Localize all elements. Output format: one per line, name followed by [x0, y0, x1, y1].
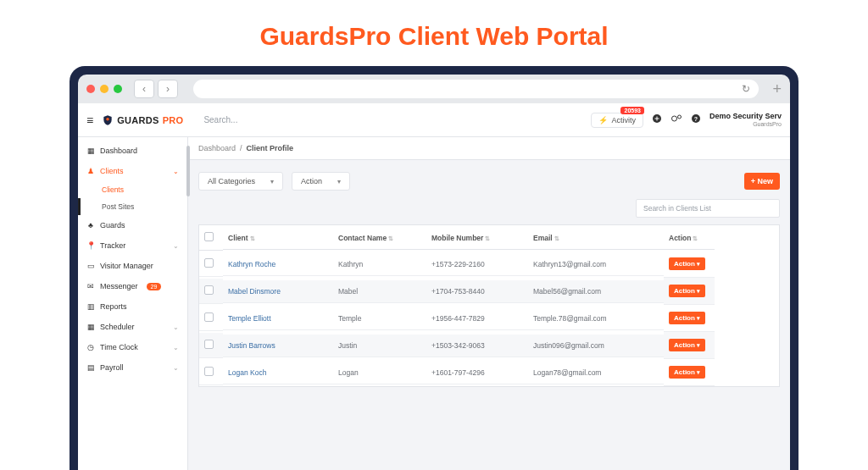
chevron-down-icon: ⌄: [173, 344, 179, 351]
messenger-badge: 29: [147, 283, 162, 290]
client-link[interactable]: Temple Elliott: [228, 314, 271, 323]
cell-contact: Justin: [333, 335, 426, 357]
categories-dropdown[interactable]: All Categories: [198, 172, 283, 191]
table-row: Temple Elliott Temple +1956-447-7829 Tem…: [199, 305, 779, 332]
row-checkbox[interactable]: [204, 367, 214, 376]
cell-mobile: +1956-447-7829: [426, 307, 528, 330]
svg-point-3: [677, 115, 681, 119]
chevron-down-icon: ⌄: [173, 242, 179, 250]
client-link[interactable]: Logan Koch: [228, 368, 266, 377]
settings-button[interactable]: [670, 113, 682, 126]
breadcrumb: Dashboard / Client Profile: [188, 137, 790, 160]
table-row: Justin Barrows Justin +1503-342-9063 Jus…: [199, 332, 779, 359]
chevron-down-icon: ⌄: [173, 364, 179, 372]
main-content: Dashboard / Client Profile All Categorie…: [188, 137, 790, 470]
cell-email: Justin096@gmail.com: [528, 335, 664, 357]
new-button[interactable]: + New: [744, 173, 780, 190]
mail-icon: ✉: [86, 282, 95, 290]
list-search-input[interactable]: Search in Clients List: [636, 199, 780, 218]
money-icon: ▤: [86, 363, 95, 372]
svg-text:?: ?: [694, 116, 698, 122]
pin-icon: 📍: [86, 241, 95, 250]
sidebar-sub-clients[interactable]: Clients: [78, 181, 187, 198]
calendar-icon: ▦: [86, 323, 95, 331]
sort-icon: ⇅: [693, 235, 698, 241]
row-action-button[interactable]: Action: [669, 366, 705, 379]
card-icon: ▭: [86, 262, 95, 270]
cell-contact: Kathryn: [333, 253, 426, 276]
window-controls: [86, 85, 122, 93]
col-mobile[interactable]: Mobile Number⇅: [426, 227, 528, 250]
col-action[interactable]: Action⇅: [664, 227, 715, 250]
chart-icon: ▥: [86, 302, 95, 311]
cell-mobile: +1573-229-2160: [426, 253, 528, 276]
help-button[interactable]: ?: [691, 113, 701, 126]
row-action-button[interactable]: Action: [669, 257, 705, 270]
add-button[interactable]: [652, 113, 662, 126]
client-link[interactable]: Justin Barrows: [228, 341, 275, 350]
sidebar-item-payroll[interactable]: ▤Payroll⌄: [78, 357, 187, 378]
plus-circle-icon: [652, 113, 662, 124]
company-menu[interactable]: Demo Security Serv GuardsPro: [709, 113, 782, 128]
new-tab-button[interactable]: +: [772, 80, 782, 98]
sidebar-item-visitor[interactable]: ▭Visitor Manager: [78, 256, 187, 276]
clock-icon: ◷: [86, 343, 95, 351]
activity-button[interactable]: ⚡ Activity 20593: [591, 113, 643, 128]
menu-toggle-icon[interactable]: ≡: [86, 113, 93, 127]
client-link[interactable]: Kathryn Roche: [228, 260, 275, 268]
col-email[interactable]: Email⇅: [528, 227, 664, 250]
app-root: ≡ GUARDSPRO Search... ⚡ Activity 20593 ?: [78, 103, 790, 470]
help-icon: ?: [691, 113, 701, 124]
client-link[interactable]: Mabel Dinsmore: [228, 287, 281, 296]
action-dropdown[interactable]: Action: [292, 172, 350, 191]
bolt-icon: ⚡: [598, 116, 608, 124]
sidebar-item-guards[interactable]: ♣Guards: [78, 215, 187, 235]
browser-back-button[interactable]: ‹: [134, 80, 154, 98]
sidebar-item-dashboard[interactable]: ▦Dashboard: [78, 141, 187, 161]
minimize-window-icon[interactable]: [100, 85, 108, 93]
close-window-icon[interactable]: [86, 85, 95, 93]
sidebar-item-reports[interactable]: ▥Reports: [78, 296, 187, 317]
row-action-button[interactable]: Action: [669, 285, 705, 297]
guard-icon: ♣: [86, 221, 95, 229]
row-checkbox[interactable]: [204, 312, 214, 322]
user-icon: ♟: [86, 167, 95, 175]
sidebar-item-timeclock[interactable]: ◷Time Clock⌄: [78, 337, 187, 357]
cell-mobile: +1601-797-4296: [426, 362, 528, 384]
reload-icon[interactable]: ↻: [742, 83, 750, 95]
col-contact[interactable]: Contact Name⇅: [333, 227, 426, 250]
cell-email: Temple.78@gmail.com: [528, 307, 664, 330]
sidebar-item-tracker[interactable]: 📍Tracker⌄: [78, 235, 187, 256]
sidebar-item-clients[interactable]: ♟Clients⌄: [78, 161, 187, 181]
sort-icon: ⇅: [388, 235, 393, 241]
sidebar-sub-post-sites[interactable]: Post Sites: [78, 198, 187, 215]
sidebar-item-scheduler[interactable]: ▦Scheduler⌄: [78, 317, 187, 337]
page-heading: GuardsPro Client Web Portal: [0, 0, 868, 66]
sort-icon: ⇅: [250, 235, 255, 241]
row-action-button[interactable]: Action: [669, 312, 705, 324]
maximize-window-icon[interactable]: [114, 85, 122, 93]
browser-forward-button[interactable]: ›: [158, 80, 178, 98]
cell-contact: Logan: [333, 362, 426, 384]
row-checkbox[interactable]: [204, 285, 214, 295]
cell-mobile: +1704-753-8440: [426, 280, 528, 303]
sidebar-item-messenger[interactable]: ✉Messenger29: [78, 276, 187, 296]
row-checkbox[interactable]: [204, 340, 214, 349]
table-row: Kathryn Roche Kathryn +1573-229-2160 Kat…: [199, 251, 779, 278]
row-checkbox[interactable]: [204, 258, 214, 268]
filter-bar: All Categories Action + New: [188, 160, 790, 199]
grid-icon: ▦: [86, 147, 95, 155]
browser-url-bar[interactable]: ↻: [193, 80, 759, 98]
cell-email: Logan78@gmail.com: [528, 362, 664, 384]
select-all-checkbox[interactable]: [204, 232, 214, 241]
table-header-row: Client⇅ Contact Name⇅ Mobile Number⇅ Ema…: [199, 225, 779, 251]
crumb-root[interactable]: Dashboard: [198, 144, 236, 152]
global-search-input[interactable]: Search...: [203, 115, 237, 124]
sidebar: ▦Dashboard ♟Clients⌄ Clients Post Sites …: [78, 137, 188, 470]
row-action-button[interactable]: Action: [669, 339, 705, 351]
col-client[interactable]: Client⇅: [223, 227, 333, 250]
chevron-down-icon: ⌄: [173, 323, 179, 331]
shield-icon: [102, 114, 114, 126]
app-logo[interactable]: GUARDSPRO: [102, 114, 183, 126]
crumb-current: Client Profile: [247, 144, 294, 152]
